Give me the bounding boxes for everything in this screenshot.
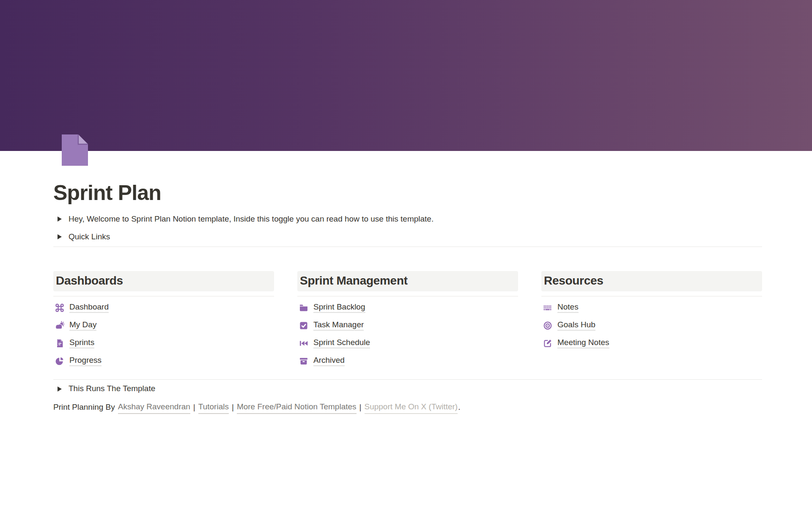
page-link-label: Dashboard	[69, 302, 109, 313]
toggle-welcome[interactable]: Hey, Welcome to Sprint Plan Notion templ…	[53, 211, 762, 227]
page-link-label: Task Manager	[313, 320, 364, 331]
link-columns: Dashboards Dashboard My Day Sprints Pro	[53, 271, 762, 370]
footer-link-tutorials[interactable]: Tutorials	[198, 401, 229, 414]
column-divider	[297, 296, 518, 296]
page-icon[interactable]	[61, 134, 89, 167]
page-link-label: Sprints	[69, 338, 94, 348]
toggle-triangle-icon[interactable]	[55, 232, 65, 242]
column-divider	[53, 296, 274, 296]
page-link-dashboard[interactable]: Dashboard	[53, 299, 274, 317]
footer-link-templates[interactable]: More Free/Paid Notion Templates	[237, 401, 357, 414]
column-divider	[541, 296, 762, 296]
page-link-label: Sprint Schedule	[313, 338, 370, 348]
page-body: Sprint Plan Hey, Welcome to Sprint Plan …	[53, 181, 762, 414]
rewind-icon	[299, 338, 309, 348]
pipe-separator: |	[193, 401, 195, 413]
page-link-label: Meeting Notes	[557, 338, 609, 348]
toggle-quick-links[interactable]: Quick Links	[53, 228, 762, 245]
page-link-label: Goals Hub	[557, 320, 595, 331]
page-link-goals-hub[interactable]: Goals Hub	[541, 317, 762, 334]
sun-behind-cloud-icon	[55, 321, 65, 331]
page-link-label: Progress	[69, 356, 102, 366]
page-link-progress[interactable]: Progress	[53, 352, 274, 370]
page-link-my-day[interactable]: My Day	[53, 317, 274, 334]
page-link-sprint-backlog[interactable]: Sprint Backlog	[297, 299, 518, 317]
page-document-icon	[61, 134, 89, 167]
page-link-label: My Day	[69, 320, 96, 331]
toggle-quick-links-text: Quick Links	[69, 231, 110, 243]
column-dashboards: Dashboards Dashboard My Day Sprints Pro	[53, 271, 274, 370]
divider	[53, 247, 762, 247]
target-icon	[543, 321, 553, 331]
folder-icon	[299, 303, 309, 313]
footer-prefix: Print Planning By	[53, 401, 115, 413]
footer-suffix: .	[458, 401, 460, 413]
edit-icon	[543, 338, 553, 348]
pie-chart-icon	[55, 356, 65, 366]
column-sprint-management: Sprint Management Sprint Backlog Task Ma…	[297, 271, 518, 370]
page-link-label: Notes	[557, 302, 579, 313]
column-header-resources: Resources	[541, 271, 762, 291]
footer-link-author[interactable]: Akshay Raveendran	[118, 401, 190, 414]
divider	[53, 379, 762, 380]
pipe-separator: |	[359, 401, 362, 413]
toggle-triangle-icon[interactable]	[55, 384, 65, 394]
keyboard-icon	[543, 303, 553, 313]
page-link-notes[interactable]: Notes	[541, 299, 762, 317]
pipe-separator: |	[232, 401, 234, 413]
toggle-runs-template-text: This Runs The Template	[69, 383, 155, 395]
toggle-triangle-icon[interactable]	[55, 214, 65, 224]
column-header-dashboards: Dashboards	[53, 271, 274, 291]
page-link-sprints[interactable]: Sprints	[53, 334, 274, 352]
page-link-meeting-notes[interactable]: Meeting Notes	[541, 334, 762, 352]
footer-link-support[interactable]: Support Me On X (Twitter)	[365, 401, 458, 414]
command-icon	[55, 303, 65, 313]
column-header-sprint-management: Sprint Management	[297, 271, 518, 291]
page-link-label: Sprint Backlog	[313, 302, 365, 313]
checkbox-icon	[299, 321, 309, 331]
column-resources: Resources Notes Goals Hub Meeting Notes	[541, 271, 762, 370]
page-cover	[0, 0, 812, 151]
toggle-welcome-text: Hey, Welcome to Sprint Plan Notion templ…	[69, 214, 433, 225]
page-link-task-manager[interactable]: Task Manager	[297, 317, 518, 334]
page-link-sprint-schedule[interactable]: Sprint Schedule	[297, 334, 518, 352]
page-link-archived[interactable]: Archived	[297, 352, 518, 370]
footer-credits: Print Planning By Akshay Raveendran | Tu…	[53, 401, 762, 414]
document-lines-icon	[55, 338, 65, 348]
archive-box-icon	[299, 356, 309, 366]
page-link-label: Archived	[313, 356, 345, 366]
page-title[interactable]: Sprint Plan	[53, 181, 762, 205]
toggle-this-runs-the-template[interactable]: This Runs The Template	[53, 381, 762, 397]
